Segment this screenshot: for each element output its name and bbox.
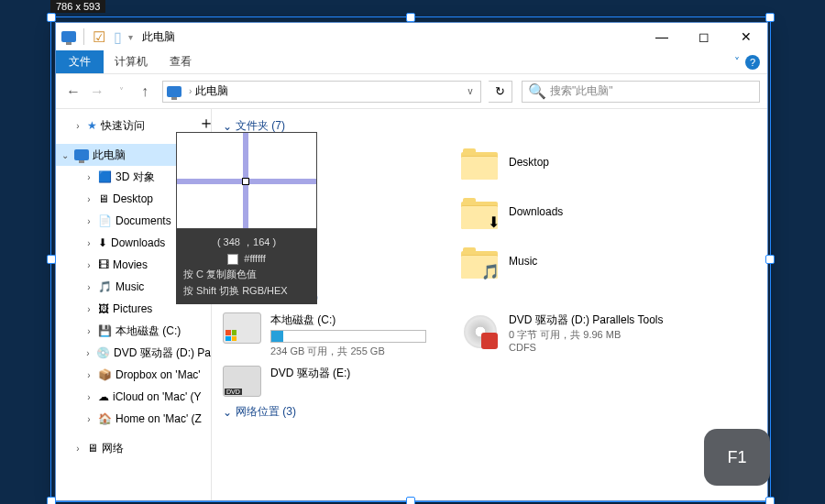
drive-subtext: 0 字节 可用，共 9.96 MB — [509, 328, 663, 342]
minimize-button[interactable]: — — [641, 23, 683, 50]
expand-icon[interactable]: › — [83, 326, 94, 336]
address-history-icon[interactable]: v — [460, 86, 480, 96]
resize-handle-tm[interactable] — [406, 13, 415, 22]
drive-local-c[interactable]: 本地磁盘 (C:) 234 GB 可用，共 255 GB — [223, 309, 461, 362]
collapse-icon[interactable]: ⌄ — [223, 406, 232, 419]
expand-icon[interactable]: › — [83, 304, 94, 314]
folder-icon: 🎵 — [461, 242, 500, 280]
close-button[interactable]: ✕ — [725, 23, 767, 50]
tree-label: 本地磁盘 (C:) — [116, 323, 181, 339]
expand-icon[interactable]: › — [83, 392, 94, 402]
expand-icon[interactable]: › — [83, 238, 94, 248]
drive-label: 本地磁盘 (C:) — [270, 312, 426, 328]
expand-icon[interactable]: › — [83, 414, 94, 424]
search-icon: 🔍 — [528, 82, 546, 100]
disk-usage-bar — [270, 330, 426, 343]
explorer-window: ☑ ▯ ▾ 此电脑 — ◻ ✕ 文件 计算机 查看 ˅ ? ← → ˅ ↑ › … — [55, 22, 768, 501]
dvd-drive-icon: DVD — [223, 366, 261, 397]
breadcrumb[interactable]: 此电脑 — [195, 83, 460, 99]
back-button[interactable]: ← — [63, 82, 83, 102]
expand-icon[interactable]: › — [83, 194, 94, 204]
resize-handle-tr[interactable] — [765, 13, 775, 22]
tree-item[interactable]: ›💿DVD 驱动器 (D:) Pa — [56, 342, 211, 364]
folder-icon: 🏠 — [98, 412, 112, 425]
color-swatch — [227, 254, 238, 265]
section-network-locations[interactable]: ⌄ 网络位置 (3) — [223, 400, 756, 423]
tree-label: Movies — [113, 258, 148, 271]
qat-doc-icon[interactable]: ▯ — [110, 29, 125, 44]
collapse-icon[interactable]: ⌄ — [223, 120, 232, 133]
folder-icon: 🖼 — [98, 302, 109, 315]
tree-item[interactable]: ›☁iCloud on 'Mac' (Y — [56, 386, 211, 408]
expand-icon[interactable]: › — [72, 121, 83, 131]
breadcrumb-sep-icon[interactable]: › — [185, 86, 195, 96]
expand-icon[interactable]: › — [83, 172, 94, 182]
this-pc-icon — [74, 148, 89, 162]
drive-fs: CDFS — [509, 342, 663, 353]
titlebar[interactable]: ☑ ▯ ▾ 此电脑 — ◻ ✕ — [56, 23, 767, 50]
folder-icon: ⬇ — [461, 192, 500, 231]
window-title: 此电脑 — [142, 29, 175, 45]
expand-icon[interactable]: › — [83, 348, 93, 358]
folder-label: Desktop — [509, 156, 549, 169]
maximize-button[interactable]: ◻ — [683, 23, 725, 50]
folder-icon: ⬇ — [98, 236, 107, 249]
resize-handle-tl[interactable] — [47, 13, 56, 22]
tab-view[interactable]: 查看 — [159, 50, 203, 73]
magnifier-hint2: 按 Shift 切换 RGB/HEX — [183, 283, 310, 300]
drive-subtext: 234 GB 可用，共 255 GB — [270, 345, 426, 358]
forward-button[interactable]: → — [87, 82, 107, 102]
search-placeholder: 搜索"此电脑" — [550, 83, 613, 99]
folder-item[interactable]: Desktop — [461, 137, 699, 187]
tree-item[interactable]: ›🏠Home on 'Mac' (Z — [56, 408, 211, 430]
folder-label: Music — [509, 255, 537, 268]
tree-item[interactable]: ›💾本地磁盘 (C:) — [56, 320, 211, 342]
address-bar[interactable]: › 此电脑 v — [162, 81, 481, 103]
magnifier-coords: ( 348 ，164 ) — [183, 235, 310, 251]
tree-label: Desktop — [113, 192, 153, 205]
tree-label: Documents — [116, 214, 171, 227]
f1-help-button[interactable]: F1 — [704, 429, 770, 486]
expand-icon[interactable]: › — [72, 444, 83, 454]
tree-label: 此电脑 — [93, 148, 126, 163]
tree-network[interactable]: › 🖥 网络 — [56, 437, 211, 459]
collapse-icon[interactable]: ⌄ — [60, 150, 71, 160]
ribbon-expand-icon[interactable]: ˅ — [734, 56, 740, 69]
nav-toolbar: ← → ˅ ↑ › 此电脑 v ↻ 🔍 搜索"此电脑" — [56, 74, 767, 109]
tree-label: Music — [116, 280, 144, 293]
tree-item[interactable]: ›📦Dropbox on 'Mac' — [56, 364, 211, 386]
tree-label: Downloads — [111, 236, 165, 249]
magnifier-view — [176, 132, 317, 229]
folder-icon: 🟦 — [98, 170, 112, 183]
up-button[interactable]: ↑ — [135, 82, 155, 102]
folder-icon: 📄 — [98, 214, 112, 227]
address-icon — [163, 86, 185, 97]
qat-properties-icon[interactable]: ☑ — [92, 29, 106, 44]
tree-label: iCloud on 'Mac' (Y — [113, 390, 202, 403]
drive-label: DVD 驱动器 (E:) — [270, 366, 350, 381]
expand-icon[interactable]: › — [83, 216, 94, 226]
qat-dropdown-icon[interactable]: ▾ — [128, 32, 133, 42]
network-icon: 🖥 — [87, 442, 98, 455]
search-input[interactable]: 🔍 搜索"此电脑" — [522, 81, 760, 103]
recent-dropdown-icon[interactable]: ˅ — [111, 82, 131, 102]
folder-icon: 💿 — [96, 346, 110, 359]
folder-item[interactable]: 🎵Music — [461, 236, 699, 286]
expand-icon[interactable]: › — [83, 282, 94, 292]
help-icon[interactable]: ? — [745, 55, 760, 70]
folder-item[interactable]: ⬇Downloads — [461, 187, 699, 236]
expand-icon[interactable]: › — [83, 370, 94, 380]
tab-computer[interactable]: 计算机 — [104, 50, 159, 73]
ribbon-tabs: 文件 计算机 查看 ˅ ? — [56, 50, 767, 74]
folder-label: Downloads — [509, 205, 563, 218]
folder-icon — [461, 143, 500, 181]
expand-icon[interactable]: › — [83, 260, 94, 270]
folder-icon: 💾 — [98, 324, 112, 337]
folder-icon: 📦 — [98, 368, 112, 381]
drive-dvd-e[interactable]: DVD DVD 驱动器 (E:) — [223, 362, 461, 400]
this-pc-icon — [61, 29, 76, 44]
file-menu[interactable]: 文件 — [56, 50, 104, 73]
tree-label: 网络 — [102, 441, 124, 456]
drive-dvd-d[interactable]: DVD 驱动器 (D:) Parallels Tools 0 字节 可用，共 9… — [461, 309, 699, 356]
refresh-button[interactable]: ↻ — [489, 81, 512, 103]
